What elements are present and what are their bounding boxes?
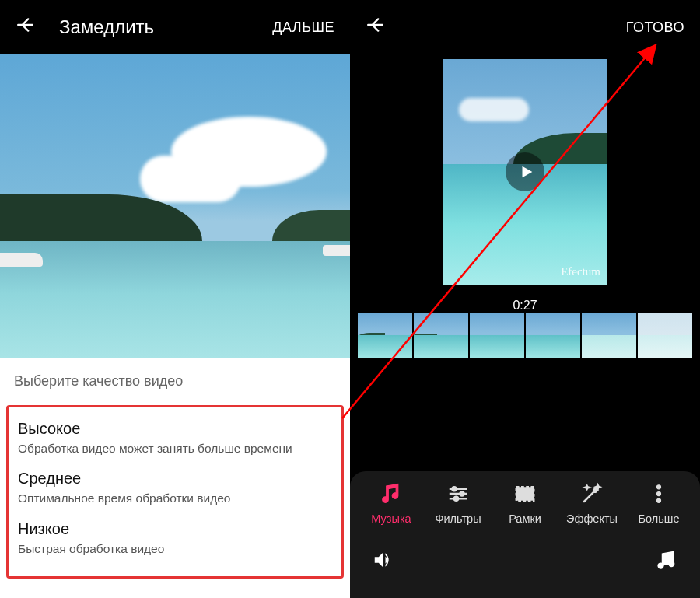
timeline-frame[interactable]	[470, 313, 524, 358]
tool-label: Музыка	[371, 512, 411, 525]
quality-heading: Выберите качество видео	[14, 373, 336, 390]
option-title: Среднее	[18, 470, 332, 488]
music-note-icon[interactable]	[655, 548, 678, 575]
svg-point-0	[453, 487, 457, 491]
svg-point-7	[659, 564, 663, 568]
header: ГОТОВО	[350, 0, 700, 54]
volume-icon[interactable]	[372, 548, 395, 575]
video-preview	[0, 54, 350, 358]
header: Замедлить ДАЛЬШЕ	[0, 0, 350, 54]
more-vertical-icon	[647, 482, 670, 508]
svg-point-6	[657, 498, 661, 502]
tool-label: Больше	[639, 512, 680, 525]
option-title: Низкое	[18, 520, 332, 538]
timeline-frame[interactable]	[582, 313, 636, 358]
quality-option-medium[interactable]: Среднее Оптимальное время обработки виде…	[15, 463, 335, 513]
back-arrow-icon[interactable]	[366, 15, 386, 40]
screen-title: Замедлить	[59, 16, 272, 38]
tool-effects[interactable]: Эффекты	[565, 482, 619, 525]
video-preview[interactable]: Efectum	[443, 59, 607, 285]
tool-label: Эффекты	[566, 512, 618, 525]
quality-heading-wrap: Выберите качество видео	[0, 358, 350, 399]
option-title: Высокое	[18, 420, 332, 438]
quality-option-low[interactable]: Низкое Быстрая обработка видео	[15, 514, 335, 564]
tool-music[interactable]: Музыка	[364, 482, 418, 525]
timeline-frame[interactable]	[638, 313, 692, 358]
tool-bar: Музыка Фильтры Рамки Эффекты	[350, 471, 700, 598]
preview-area: Efectum 0:27	[350, 54, 700, 313]
tool-frames[interactable]: Рамки	[498, 482, 552, 525]
music-icon	[380, 482, 403, 508]
tool-more[interactable]: Больше	[632, 482, 686, 525]
tool-label: Фильтры	[435, 512, 481, 525]
option-subtitle: Обработка видео может занять больше врем…	[18, 441, 332, 456]
done-button[interactable]: ГОТОВО	[626, 19, 684, 36]
video-duration: 0:27	[513, 299, 537, 313]
quality-option-high[interactable]: Высокое Обработка видео может занять бол…	[15, 414, 335, 463]
svg-rect-3	[516, 487, 534, 501]
svg-point-1	[460, 492, 464, 496]
timeline-frame[interactable]	[358, 313, 412, 358]
timeline-frame[interactable]	[414, 313, 468, 358]
play-button[interactable]	[506, 152, 544, 191]
svg-point-4	[657, 485, 661, 489]
magic-wand-icon	[580, 482, 604, 508]
svg-point-8	[669, 561, 674, 566]
quality-select-screen: Замедлить ДАЛЬШЕ Выберите качество видео…	[0, 0, 350, 598]
tool-filters[interactable]: Фильтры	[431, 482, 485, 525]
timeline-thumbnails[interactable]	[350, 313, 700, 369]
option-subtitle: Быстрая обработка видео	[18, 541, 332, 556]
timeline-frame[interactable]	[526, 313, 580, 358]
option-subtitle: Оптимальное время обработки видео	[18, 491, 332, 505]
tool-label: Рамки	[509, 512, 541, 525]
quality-options-highlighted: Высокое Обработка видео может занять бол…	[6, 405, 344, 579]
editor-screen: ГОТОВО Efectum 0:27 Музыка	[350, 0, 700, 598]
svg-point-5	[657, 492, 661, 496]
watermark: Efectum	[561, 265, 600, 278]
svg-point-2	[454, 497, 458, 501]
sliders-icon	[446, 482, 470, 508]
next-button[interactable]: ДАЛЬШЕ	[272, 19, 334, 36]
frame-icon	[513, 482, 537, 508]
back-arrow-icon[interactable]	[16, 15, 36, 40]
